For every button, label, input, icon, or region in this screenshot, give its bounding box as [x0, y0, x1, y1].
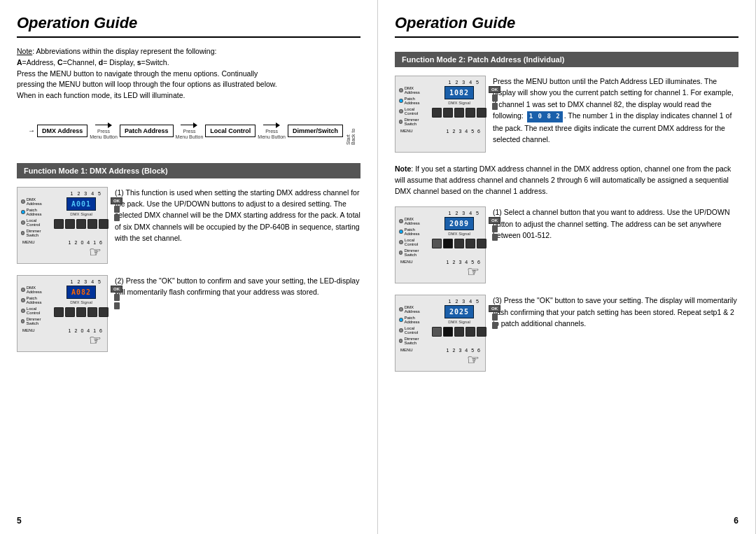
note-block: Note: If you set a starting DMX address …	[395, 164, 738, 197]
device-image-3: 12345 DMX Address Patch Address Local Co…	[395, 76, 486, 153]
flow-item-local: Local Control	[205, 125, 255, 137]
device-image-5: 12345 DMX Address Patch Address Local Co…	[395, 295, 486, 372]
note-line3: Press the MENU button to navigate throug…	[17, 69, 258, 78]
flow-arrow-1: Press Menu Button	[90, 122, 118, 139]
ok-btn-1: OK	[111, 197, 122, 204]
note-line5: When in each function mode, its LED will…	[17, 91, 185, 99]
ok-btn-4: OK	[489, 217, 500, 224]
flow-item-dimmer: Dimmer/Switch	[288, 125, 343, 137]
hand-icon-4: ☞	[467, 263, 479, 280]
flow-item-dmx: DMX Address	[37, 125, 88, 137]
hand-icon-5: ☞	[467, 351, 479, 368]
section2-step3: 12345 DMX Address Patch Address Local Co…	[395, 295, 738, 372]
device-image-4: 12345 DMX Address Patch Address Local Co…	[395, 206, 486, 283]
device-image-2: 12345 DMX Address Patch Address Local Co…	[17, 275, 108, 352]
display-step1: 2089	[444, 217, 474, 230]
page-number-left: 5	[17, 516, 22, 526]
right-title: Operation Guide	[395, 14, 738, 38]
note-line2: A=Address, C=Channel, d= Display, s=Swit…	[17, 58, 169, 66]
intro-desc: Press the MENU button until the Patch Ad…	[493, 76, 738, 153]
ok-btn-5: OK	[489, 305, 500, 312]
flow-diagram: → DMX Address Press Menu Button Patch Ad…	[28, 117, 360, 145]
desc2: (2) Press the "OK" button to confirm and…	[115, 275, 360, 352]
function1-block1: 12345 DMX Address Patch Address Local Co…	[17, 187, 360, 264]
display1: A001	[66, 197, 96, 211]
step1-desc: (1) Select a channel button that you wan…	[493, 206, 738, 283]
flow-arrow-2: Press Menu Button	[176, 122, 204, 139]
right-page: Operation Guide Function Mode 2: Patch A…	[378, 0, 756, 534]
section2-header: Function Mode 2: Patch Address (Individu…	[395, 52, 738, 67]
left-page: Operation Guide Note: Abbreviations with…	[0, 0, 378, 534]
ok-btn-3: OK	[489, 86, 500, 93]
note-line4: pressing the MENU button will loop throu…	[17, 80, 277, 88]
desc1: (1) This function is used when setting t…	[115, 187, 360, 264]
section2-step1: 12345 DMX Address Patch Address Local Co…	[395, 206, 738, 283]
step3-desc: (3) Press the "OK" button to save your s…	[493, 295, 738, 372]
page-number-right: 6	[734, 516, 738, 526]
hand-icon-1: ☞	[89, 244, 102, 260]
note-line1: Note: Abbreviations within the display r…	[17, 47, 216, 55]
display-step3: 2025	[444, 305, 474, 318]
device-image-1: 12345 DMX Address Patch Address Local Co…	[17, 187, 108, 264]
flow-arrow-3: Press Menu Button	[258, 122, 286, 139]
inline-display: 1 0 8 2	[527, 111, 563, 122]
hand-icon-2: ☞	[89, 332, 102, 349]
function1-block2: 12345 DMX Address Patch Address Local Co…	[17, 275, 360, 352]
section2-intro: 12345 DMX Address Patch Address Local Co…	[395, 76, 738, 153]
display-intro: 1082	[444, 86, 474, 99]
section1-header: Function Mode 1: DMX Address (Block)	[17, 163, 360, 178]
display2: A082	[66, 286, 96, 299]
left-title: Operation Guide	[17, 14, 360, 38]
note-section: Note: Abbreviations within the display r…	[17, 46, 360, 101]
flow-item-patch: Patch Address	[120, 125, 174, 137]
ok-btn-2: OK	[111, 286, 122, 293]
